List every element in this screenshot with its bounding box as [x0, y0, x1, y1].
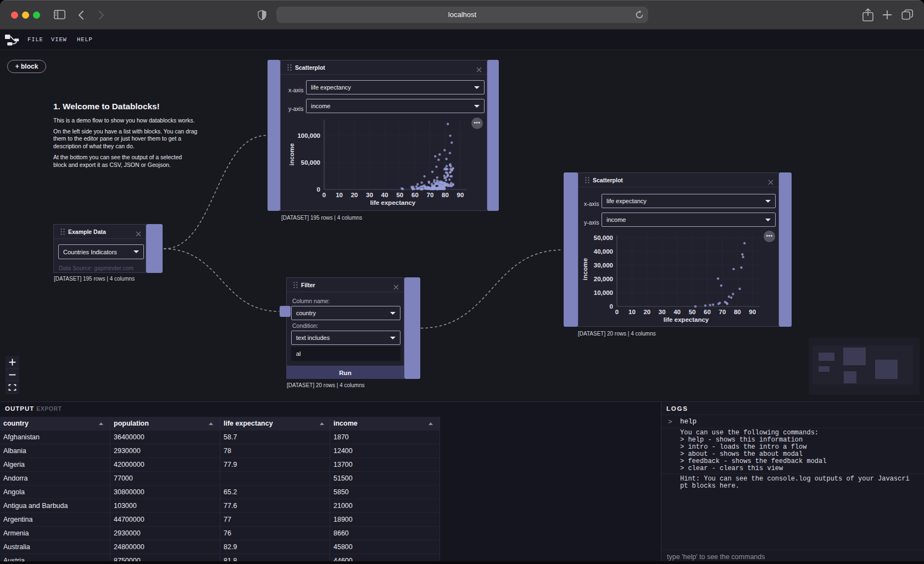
svg-text:70: 70 — [427, 192, 434, 198]
svg-text:40,000: 40,000 — [594, 248, 613, 255]
svg-text:30: 30 — [366, 192, 373, 198]
svg-text:10,000: 10,000 — [594, 289, 613, 296]
svg-text:0: 0 — [322, 192, 326, 198]
svg-text:20: 20 — [351, 192, 358, 198]
svg-text:20: 20 — [643, 309, 650, 315]
svg-text:80: 80 — [734, 309, 741, 315]
svg-text:80: 80 — [442, 192, 449, 198]
svg-text:30: 30 — [659, 309, 666, 315]
svg-text:60: 60 — [704, 309, 711, 315]
svg-text:10: 10 — [336, 192, 343, 198]
svg-text:100,000: 100,000 — [297, 132, 320, 139]
svg-text:70: 70 — [719, 309, 726, 315]
svg-text:50,000: 50,000 — [594, 234, 613, 241]
svg-text:50,000: 50,000 — [301, 159, 320, 166]
svg-text:10: 10 — [628, 309, 636, 315]
svg-text:0: 0 — [615, 309, 619, 315]
svg-text:20,000: 20,000 — [594, 276, 613, 282]
svg-text:income: income — [288, 143, 295, 165]
svg-text:income: income — [582, 258, 588, 280]
svg-text:40: 40 — [673, 309, 681, 315]
svg-text:life expectancy: life expectancy — [664, 316, 709, 323]
svg-text:40: 40 — [381, 192, 388, 198]
svg-text:0: 0 — [610, 303, 613, 310]
svg-text:50: 50 — [396, 192, 403, 198]
svg-text:90: 90 — [457, 192, 464, 198]
svg-text:90: 90 — [749, 309, 756, 315]
svg-text:60: 60 — [411, 192, 419, 198]
svg-text:50: 50 — [689, 309, 696, 315]
svg-text:0: 0 — [317, 186, 320, 193]
svg-text:30,000: 30,000 — [594, 262, 613, 269]
svg-text:life expectancy: life expectancy — [370, 199, 416, 206]
